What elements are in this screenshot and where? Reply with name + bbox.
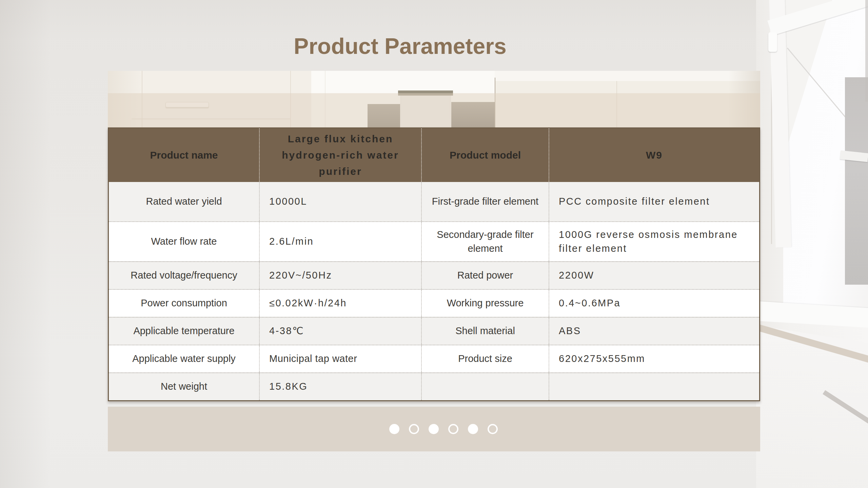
spec-label: Water flow rate (109, 222, 259, 261)
window-exterior-view (845, 77, 868, 285)
spec-value: 620x275x555mm (549, 345, 759, 372)
photo-recess-ceiling (345, 71, 498, 91)
carousel-dots (389, 424, 498, 434)
carousel-dot[interactable] (389, 424, 399, 434)
table-row: Water flow rate 2.6L/min Secondary-grade… (109, 221, 759, 261)
spec-label: Shell material (421, 318, 549, 345)
spec-label: Rated voltage/frequency (109, 262, 259, 289)
spec-value: 10000L (259, 182, 421, 221)
spec-value: Municipal tap water (259, 345, 421, 372)
background-window (756, 0, 868, 488)
spec-value: ABS (549, 318, 759, 345)
table-header-row: Product name Large flux kitchen hydrogen… (109, 128, 759, 182)
carousel-dot[interactable] (429, 424, 439, 434)
table-row: Applicable temperature 4-38℃ Shell mater… (109, 317, 759, 345)
spec-value: 2200W (549, 262, 759, 289)
spec-label: Working pressure (421, 290, 549, 317)
header-product-name-label: Product name (109, 128, 259, 182)
spec-label: Power consumption (109, 290, 259, 317)
header-product-name-value: Large flux kitchen hydrogen-rich water p… (259, 128, 421, 182)
spec-value: 15.8KG (259, 373, 421, 400)
header-product-model-value: W9 (549, 128, 759, 182)
table-row: Rated voltage/frequency 220V~/50Hz Rated… (109, 261, 759, 289)
table-row: Rated water yield 10000L First-grade fil… (109, 182, 759, 221)
kitchen-photo (108, 71, 760, 127)
product-parameters-table: Product name Large flux kitchen hydrogen… (108, 127, 760, 401)
spec-value: 220V~/50Hz (259, 262, 421, 289)
table-row: Power consumption ≤0.02kW·h/24h Working … (109, 289, 759, 317)
header-product-model-label: Product model (421, 128, 549, 182)
carousel-dot[interactable] (409, 424, 419, 434)
spec-value: 0.4~0.6MPa (549, 290, 759, 317)
spec-value: 1000G reverse osmosis membrane filter el… (549, 222, 759, 261)
left-shading (0, 0, 51, 488)
spec-value: 2.6L/min (259, 222, 421, 261)
page-title: Product Parameters (0, 33, 800, 59)
photo-beige-overlay (108, 93, 760, 127)
photo-wall (495, 71, 760, 81)
spec-value: ≤0.02kW·h/24h (259, 290, 421, 317)
spec-label: Rated power (421, 262, 549, 289)
spec-label: First-grade filter element (421, 182, 549, 221)
spec-label: Product size (421, 345, 549, 372)
carousel-dot[interactable] (468, 424, 478, 434)
spec-label: Net weight (109, 373, 259, 400)
spec-label: Secondary-grade filter element (421, 222, 549, 261)
window-right-edge (865, 0, 868, 102)
spec-label: Applicable water supply (109, 345, 259, 372)
table-row: Applicable water supply Municipal tap wa… (109, 345, 759, 372)
carousel (108, 407, 760, 451)
spec-label: Rated water yield (109, 182, 259, 221)
carousel-dot[interactable] (448, 424, 458, 434)
spec-value: PCC composite filter element (549, 182, 759, 221)
product-parameters-section: Product Parameters Product name Large fl… (0, 0, 868, 488)
carousel-dot[interactable] (488, 424, 498, 434)
spec-label: Applicable temperature (109, 318, 259, 345)
spec-label (421, 373, 549, 400)
spec-value (549, 373, 759, 400)
spec-value: 4-38℃ (259, 318, 421, 345)
table-row: Net weight 15.8KG (109, 372, 759, 400)
